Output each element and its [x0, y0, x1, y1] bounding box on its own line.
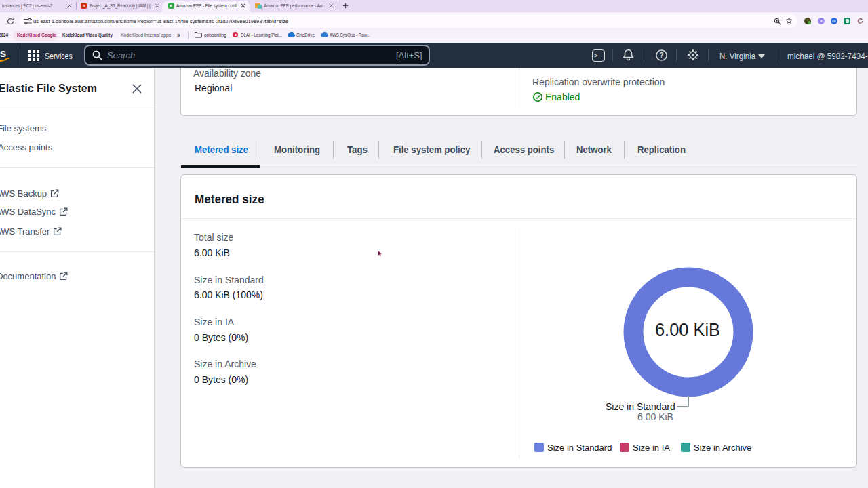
svg-text:?: ?: [659, 52, 663, 59]
